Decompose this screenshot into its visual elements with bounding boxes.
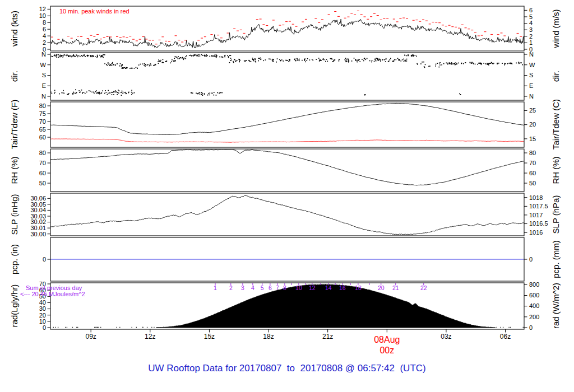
dir-left-axis-label: dir. <box>10 71 19 82</box>
svg-text:80: 80 <box>39 102 46 109</box>
svg-text:21: 21 <box>392 284 399 291</box>
panel-pcp: 00 <box>43 237 533 281</box>
svg-text:3: 3 <box>529 26 533 33</box>
svg-text:09z: 09z <box>85 333 96 340</box>
svg-text:0: 0 <box>43 256 46 263</box>
svg-text:50: 50 <box>529 180 536 186</box>
svg-text:6: 6 <box>269 284 272 291</box>
panel-slp: 30.0030.0130.0230.0330.0430.0530.0610161… <box>30 193 548 237</box>
svg-text:15z: 15z <box>204 333 215 340</box>
svg-text:70: 70 <box>529 160 536 166</box>
svg-text:4: 4 <box>43 32 46 39</box>
svg-text:12: 12 <box>39 6 46 12</box>
svg-text:200: 200 <box>529 314 539 320</box>
panel-rh: 5060708050607080 <box>39 149 536 192</box>
svg-text:0: 0 <box>43 324 46 331</box>
svg-text:3: 3 <box>241 284 244 291</box>
rad-left-axis-label: rad(Lgly/hr) <box>10 284 19 328</box>
svg-text:N: N <box>41 93 46 100</box>
svg-text:0: 0 <box>529 256 533 263</box>
wind-left-axis-label: wind (kts) <box>10 11 19 46</box>
svg-text:2: 2 <box>529 33 533 40</box>
svg-text:1: 1 <box>529 39 533 46</box>
svg-text:60: 60 <box>529 170 536 176</box>
svg-text:18z: 18z <box>263 333 274 340</box>
svg-text:06z: 06z <box>500 333 511 340</box>
svg-text:60: 60 <box>39 170 46 176</box>
svg-text:S: S <box>42 72 46 78</box>
svg-text:S: S <box>529 72 533 78</box>
svg-text:W: W <box>40 62 47 68</box>
svg-text:E: E <box>529 82 533 89</box>
svg-text:70: 70 <box>39 160 46 166</box>
wind-right-axis-label: wind (m/s) <box>551 9 561 48</box>
svg-text:1017: 1017 <box>529 212 543 218</box>
panel-tair: 6065707580152025 <box>39 102 536 147</box>
svg-text:30.01: 30.01 <box>30 225 46 231</box>
svg-text:65: 65 <box>39 126 46 133</box>
svg-text:25: 25 <box>529 107 536 114</box>
svg-text:E: E <box>42 82 46 89</box>
svg-text:1018: 1018 <box>529 194 543 201</box>
tair-left-axis-label: Tair/Tdew (F) <box>10 100 19 149</box>
svg-text:6: 6 <box>529 7 533 13</box>
svg-text:30.02: 30.02 <box>30 218 46 225</box>
tair-right-axis-label: Tair/Tdew (C) <box>551 99 561 150</box>
svg-text:8: 8 <box>43 19 46 26</box>
svg-text:6: 6 <box>43 26 46 32</box>
svg-text:5: 5 <box>261 284 264 291</box>
svg-text:15: 15 <box>529 136 536 142</box>
svg-text:4: 4 <box>251 284 254 291</box>
svg-text:1017.5: 1017.5 <box>529 203 548 209</box>
svg-text:5: 5 <box>529 13 533 20</box>
svg-text:30.06: 30.06 <box>30 195 46 202</box>
svg-text:1: 1 <box>214 284 217 291</box>
peak-winds-note: 10 min. peak winds in red <box>59 8 129 15</box>
svg-text:40: 40 <box>39 299 46 306</box>
slp-right-axis-label: SLP (hPa) <box>551 195 561 234</box>
svg-text:1016.5: 1016.5 <box>529 220 548 227</box>
svg-text:8: 8 <box>283 284 286 291</box>
rh-left-axis-label: RH (%) <box>10 156 19 184</box>
svg-text:22: 22 <box>420 284 427 291</box>
weather-multipanel-figure: 0246810120123456NWSENNWSEN60657075801520… <box>0 0 574 392</box>
slp-left-axis-label: SLP (inHg) <box>10 194 19 235</box>
figure-title: UW Rooftop Data for 20170807 to 20170808… <box>0 363 574 374</box>
svg-text:N: N <box>529 93 534 100</box>
panel-dir: NWSENNWSEN <box>40 51 535 100</box>
svg-text:4: 4 <box>529 20 533 26</box>
rh-right-axis-label: RH (%) <box>551 156 561 184</box>
svg-text:1016: 1016 <box>529 229 543 236</box>
svg-text:75: 75 <box>39 110 46 117</box>
rad-right-axis-label: rad (W/m^2) <box>551 283 561 329</box>
plot-canvas: 0246810120123456NWSENNWSEN60657075801520… <box>0 0 574 392</box>
svg-text:03z: 03z <box>441 333 451 340</box>
svg-text:20: 20 <box>529 121 536 128</box>
svg-text:12: 12 <box>309 284 316 291</box>
svg-text:80: 80 <box>39 150 46 156</box>
svg-text:21z: 21z <box>322 333 333 340</box>
svg-text:10: 10 <box>295 284 302 291</box>
svg-text:20: 20 <box>39 312 46 319</box>
dir-right-axis-label: dir. <box>551 71 561 82</box>
svg-text:0: 0 <box>529 324 533 331</box>
panel-rad: 1234567810121416182021220102030405060700… <box>39 281 540 331</box>
svg-text:30: 30 <box>39 305 46 312</box>
svg-text:W: W <box>529 62 535 68</box>
svg-text:08Aug: 08Aug <box>374 335 400 344</box>
svg-text:2: 2 <box>229 284 233 291</box>
svg-text:400: 400 <box>529 302 539 309</box>
svg-text:2: 2 <box>43 39 46 46</box>
svg-text:N: N <box>41 51 46 58</box>
svg-text:30.04: 30.04 <box>30 207 46 213</box>
svg-text:50: 50 <box>39 180 46 186</box>
svg-text:30.03: 30.03 <box>30 213 46 220</box>
svg-text:12z: 12z <box>145 333 155 340</box>
svg-text:10: 10 <box>39 318 46 325</box>
svg-text:18: 18 <box>355 284 362 291</box>
svg-text:80: 80 <box>529 150 536 156</box>
svg-text:00z: 00z <box>379 346 394 355</box>
svg-text:600: 600 <box>529 292 539 298</box>
svg-text:10: 10 <box>39 12 46 19</box>
svg-text:16: 16 <box>339 284 346 291</box>
